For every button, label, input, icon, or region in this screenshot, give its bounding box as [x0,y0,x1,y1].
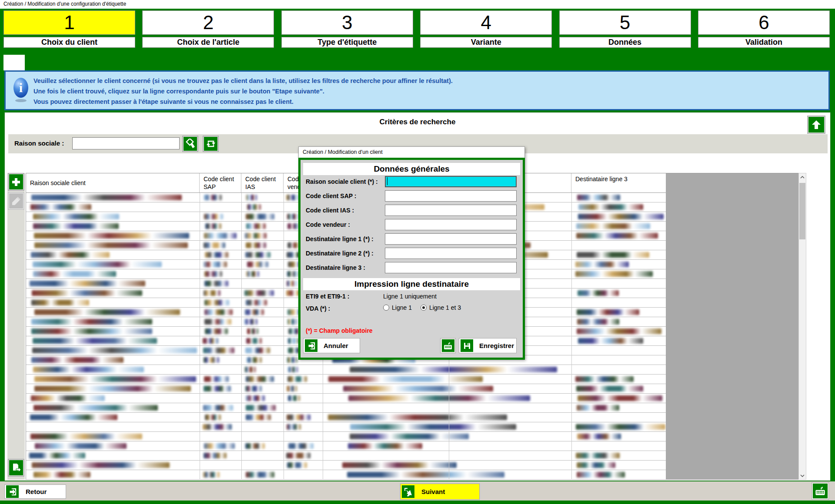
redacted-cell-content [343,386,493,391]
table-row[interactable] [26,470,666,480]
table-row[interactable] [26,451,666,461]
redacted-cell-content [575,271,653,277]
field-input-6[interactable] [385,248,517,259]
redacted-cell-content [30,434,142,439]
vda-radio-ligne-1[interactable] [383,305,389,311]
redacted-cell-content [350,367,557,372]
window-title: Création / Modification d'une configurat… [3,1,126,7]
table-row[interactable] [26,422,666,432]
redacted-cell-content [203,472,220,477]
raison-sociale-input[interactable] [72,137,180,149]
collapse-search-button[interactable] [808,116,825,133]
column-divider [284,193,284,480]
retour-button[interactable]: Retour [4,484,66,499]
field-label: Destinataire ligne 3 : [306,264,365,271]
column-divider [200,193,200,480]
redacted-cell-content [31,319,152,325]
field-input-2[interactable] [385,190,517,202]
redacted-cell-content [245,386,262,391]
redacted-cell-content [33,214,119,219]
redacted-cell-content [245,309,264,315]
field-label: Destinataire ligne 2 (*) : [306,250,374,257]
redacted-cell-content [204,242,225,248]
enregistrer-button[interactable]: Enregistrer [459,338,517,353]
step-number: 3 [281,10,413,35]
refresh-button[interactable] [204,136,218,151]
vda-radio-ligne-1-et-3[interactable] [421,305,427,311]
client-dialog: Création / Modification d'un client Donn… [298,146,525,360]
table-row[interactable] [26,413,666,422]
redacted-cell-content [286,453,311,458]
field-label: Raison sociale client (*) : [306,178,378,185]
keyboard-icon [813,484,828,498]
search-icon [185,139,196,149]
redacted-cell-content [246,376,274,382]
field-input-3[interactable] [385,205,517,216]
table-row[interactable] [26,432,666,441]
wizard-step-2: 2Choix de l'article [142,10,274,49]
redacted-cell-content [246,300,267,305]
field-input-7[interactable] [385,262,517,273]
window-titlebar: Création / Modification d'une configurat… [0,0,835,9]
column-header-raison-sociale-client[interactable]: Raison sociale client [26,173,200,192]
redacted-cell-content [34,376,196,382]
redacted-cell-content [575,376,634,382]
table-row[interactable] [26,441,666,451]
cancel-exit-icon [305,339,317,352]
field-input-4[interactable] [385,219,517,230]
redacted-cell-content [245,348,270,353]
export-list-button[interactable] [9,460,23,476]
field-label: Code client IAS : [306,207,354,214]
field-input-5[interactable] [385,233,517,245]
redacted-cell-content [204,443,234,449]
column-header-destinataire-ligne-3[interactable]: Destinataire ligne 3 [571,173,666,192]
redacted-cell-content [204,376,229,382]
column-divider [241,193,242,480]
scrollbar-thumb[interactable] [799,183,805,239]
redacted-cell-content [32,462,170,468]
redacted-cell-content [288,443,314,449]
scroll-down-arrow[interactable] [799,472,806,479]
table-row[interactable] [26,461,666,470]
redacted-cell-content [246,214,274,219]
vda-label: VDA (*) : [306,305,330,312]
redacted-cell-content [247,357,261,363]
table-empty-area [666,173,798,480]
redacted-cell-content [33,338,157,344]
search-button[interactable] [183,136,197,151]
table-row[interactable] [26,365,666,375]
table-row[interactable] [26,375,666,384]
redacted-cell-content [287,386,297,391]
redacted-cell-content [35,443,127,449]
annuler-button[interactable]: Annuler [303,338,360,353]
section-impression: Impression ligne destinataire [303,278,520,290]
column-header-code-client-ias[interactable]: Code client IAS [241,173,284,192]
redacted-cell-content [328,414,507,420]
redacted-cell-content [577,405,619,411]
suivant-button[interactable]: Suivant [400,484,480,500]
table-row[interactable] [26,394,666,403]
column-header-code-client-sap[interactable]: Code client SAP [200,173,241,192]
redacted-cell-content [33,262,162,267]
redacted-cell-content [577,309,639,315]
redacted-cell-content [204,357,219,363]
redacted-cell-content [288,367,298,372]
scroll-up-arrow[interactable] [799,173,806,181]
edit-client-button[interactable] [9,193,23,209]
redacted-cell-content [204,214,223,219]
wizard-step-4: 4Variante [420,10,552,49]
redacted-cell-content [246,472,274,477]
vertical-scrollbar[interactable] [798,173,806,480]
field-input-1[interactable] [385,176,517,187]
tab-stub [3,55,25,70]
table-row[interactable] [26,403,666,413]
redacted-cell-content [30,204,91,210]
redacted-cell-content [205,414,221,420]
vda-radio-group: Ligne 1Ligne 1 et 3 [383,304,467,311]
virtual-keyboard-button-main[interactable] [812,482,829,500]
redacted-cell-content [205,223,221,229]
add-client-button[interactable] [9,174,23,190]
redacted-cell-content [287,319,297,325]
table-row[interactable] [26,384,666,394]
virtual-keyboard-button-dialog[interactable] [440,338,456,353]
